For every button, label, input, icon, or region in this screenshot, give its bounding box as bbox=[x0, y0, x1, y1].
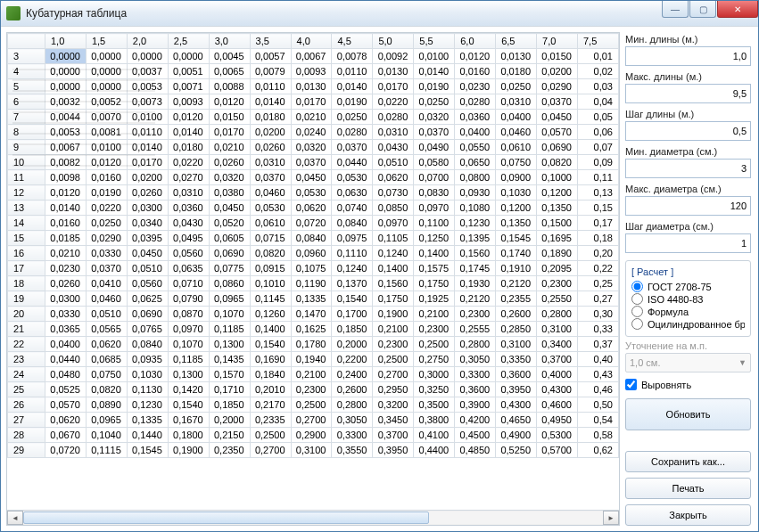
data-cell[interactable]: 0,0110 bbox=[332, 64, 373, 79]
data-cell[interactable]: 0,58 bbox=[577, 428, 618, 443]
data-cell[interactable]: 0,1040 bbox=[86, 428, 127, 443]
row-header[interactable]: 29 bbox=[8, 443, 45, 458]
data-cell[interactable]: 0,18 bbox=[577, 231, 618, 246]
calc-gost-radio[interactable]: ГОСТ 2708-75 bbox=[631, 281, 745, 292]
data-cell[interactable]: 0,0185 bbox=[45, 231, 87, 246]
data-cell[interactable]: 0,1010 bbox=[250, 276, 291, 291]
data-cell[interactable]: 0,3450 bbox=[373, 413, 414, 428]
data-cell[interactable]: 0,0170 bbox=[209, 125, 250, 140]
data-cell[interactable]: 0,0210 bbox=[291, 110, 332, 125]
data-cell[interactable]: 0,0370 bbox=[332, 140, 373, 155]
data-cell[interactable]: 0,0370 bbox=[414, 125, 455, 140]
data-cell[interactable]: 0,0975 bbox=[332, 231, 373, 246]
data-cell[interactable]: 0,0460 bbox=[250, 185, 291, 201]
data-cell[interactable]: 0,0450 bbox=[291, 170, 332, 185]
row-header[interactable]: 24 bbox=[8, 367, 45, 382]
data-cell[interactable]: 0,2200 bbox=[332, 352, 373, 367]
data-cell[interactable]: 0,1545 bbox=[496, 231, 537, 246]
data-cell[interactable]: 0,0340 bbox=[127, 216, 168, 231]
data-cell[interactable]: 0,0100 bbox=[86, 140, 127, 155]
data-cell[interactable]: 0,0400 bbox=[45, 337, 87, 352]
data-cell[interactable]: 0,5300 bbox=[537, 428, 578, 443]
data-cell[interactable]: 0,1080 bbox=[455, 201, 496, 216]
data-cell[interactable]: 0,0370 bbox=[86, 261, 127, 276]
data-cell[interactable]: 0,1420 bbox=[168, 382, 209, 397]
data-cell[interactable]: 0,1470 bbox=[291, 307, 332, 322]
data-cell[interactable]: 0,0605 bbox=[209, 231, 250, 246]
data-cell[interactable]: 0,3300 bbox=[332, 428, 373, 443]
column-header[interactable]: 6,5 bbox=[496, 34, 537, 49]
data-cell[interactable]: 0,20 bbox=[577, 246, 618, 261]
data-cell[interactable]: 0,2800 bbox=[455, 337, 496, 352]
data-cell[interactable]: 0,0395 bbox=[127, 231, 168, 246]
data-cell[interactable]: 0,2355 bbox=[496, 291, 537, 307]
data-cell[interactable]: 0,4950 bbox=[537, 413, 578, 428]
data-cell[interactable]: 0,0160 bbox=[86, 170, 127, 185]
column-header[interactable]: 6,0 bbox=[455, 34, 496, 49]
data-cell[interactable]: 0,0130 bbox=[496, 49, 537, 64]
data-cell[interactable]: 0,0800 bbox=[455, 170, 496, 185]
row-header[interactable]: 23 bbox=[8, 352, 45, 367]
data-cell[interactable]: 0,0685 bbox=[86, 352, 127, 367]
column-header[interactable]: 5,5 bbox=[414, 34, 455, 49]
data-cell[interactable]: 0,0250 bbox=[332, 110, 373, 125]
data-cell[interactable]: 0,2300 bbox=[373, 337, 414, 352]
scroll-thumb[interactable] bbox=[23, 512, 429, 524]
data-cell[interactable]: 0,1070 bbox=[168, 337, 209, 352]
data-cell[interactable]: 0,1560 bbox=[373, 276, 414, 291]
data-cell[interactable]: 0,0530 bbox=[291, 185, 332, 201]
data-cell[interactable]: 0,0850 bbox=[373, 201, 414, 216]
data-cell[interactable]: 0,0250 bbox=[414, 94, 455, 110]
data-cell[interactable]: 0,0120 bbox=[455, 49, 496, 64]
data-cell[interactable]: 0,1690 bbox=[250, 352, 291, 367]
cubature-table[interactable]: 1,01,52,02,53,03,54,04,55,05,56,06,57,07… bbox=[7, 33, 619, 458]
data-cell[interactable]: 0,0970 bbox=[373, 216, 414, 231]
scroll-left-button[interactable]: ◄ bbox=[7, 511, 23, 525]
data-cell[interactable]: 0,1500 bbox=[537, 216, 578, 231]
data-cell[interactable]: 0,2500 bbox=[250, 428, 291, 443]
data-cell[interactable]: 0,0032 bbox=[45, 94, 87, 110]
data-cell[interactable]: 0,0450 bbox=[209, 201, 250, 216]
data-cell[interactable]: 0,1105 bbox=[373, 231, 414, 246]
data-cell[interactable]: 0,0070 bbox=[86, 110, 127, 125]
data-cell[interactable]: 0,1540 bbox=[332, 291, 373, 307]
data-cell[interactable]: 0,3100 bbox=[537, 322, 578, 337]
data-cell[interactable]: 0,2000 bbox=[209, 413, 250, 428]
data-cell[interactable]: 0,1240 bbox=[332, 261, 373, 276]
row-header[interactable]: 8 bbox=[8, 125, 45, 140]
data-cell[interactable]: 0,0260 bbox=[250, 140, 291, 155]
column-header[interactable]: 7,0 bbox=[537, 34, 578, 49]
row-header[interactable]: 13 bbox=[8, 201, 45, 216]
data-cell[interactable]: 0,0310 bbox=[496, 94, 537, 110]
data-cell[interactable]: 0,01 bbox=[577, 49, 618, 64]
data-cell[interactable]: 0,0092 bbox=[373, 49, 414, 64]
data-cell[interactable]: 0,0300 bbox=[45, 291, 87, 307]
data-cell[interactable]: 0,4400 bbox=[414, 443, 455, 458]
data-cell[interactable]: 0,0000 bbox=[45, 49, 87, 64]
row-header[interactable]: 11 bbox=[8, 170, 45, 185]
data-cell[interactable]: 0,0250 bbox=[86, 216, 127, 231]
data-cell[interactable]: 0,2350 bbox=[209, 443, 250, 458]
data-cell[interactable]: 0,13 bbox=[577, 185, 618, 201]
data-cell[interactable]: 0,1370 bbox=[332, 276, 373, 291]
data-cell[interactable]: 0,4000 bbox=[537, 367, 578, 382]
data-cell[interactable]: 0,0870 bbox=[168, 307, 209, 322]
data-cell[interactable]: 0,0715 bbox=[250, 231, 291, 246]
data-cell[interactable]: 0,15 bbox=[577, 201, 618, 216]
data-cell[interactable]: 0,1890 bbox=[537, 246, 578, 261]
data-cell[interactable]: 0,2800 bbox=[332, 397, 373, 413]
data-cell[interactable]: 0,2400 bbox=[332, 367, 373, 382]
data-cell[interactable]: 0,0000 bbox=[86, 49, 127, 64]
row-header[interactable]: 4 bbox=[8, 64, 45, 79]
data-cell[interactable]: 0,0190 bbox=[414, 79, 455, 94]
data-cell[interactable]: 0,1930 bbox=[455, 276, 496, 291]
data-cell[interactable]: 0,33 bbox=[577, 322, 618, 337]
data-cell[interactable]: 0,1185 bbox=[209, 322, 250, 337]
data-cell[interactable]: 0,1240 bbox=[373, 246, 414, 261]
data-cell[interactable]: 0,2600 bbox=[332, 382, 373, 397]
row-header[interactable]: 25 bbox=[8, 382, 45, 397]
data-cell[interactable]: 0,1100 bbox=[414, 216, 455, 231]
data-cell[interactable]: 0,0580 bbox=[414, 155, 455, 170]
data-cell[interactable]: 0,1750 bbox=[373, 291, 414, 307]
column-header[interactable]: 3,5 bbox=[250, 34, 291, 49]
